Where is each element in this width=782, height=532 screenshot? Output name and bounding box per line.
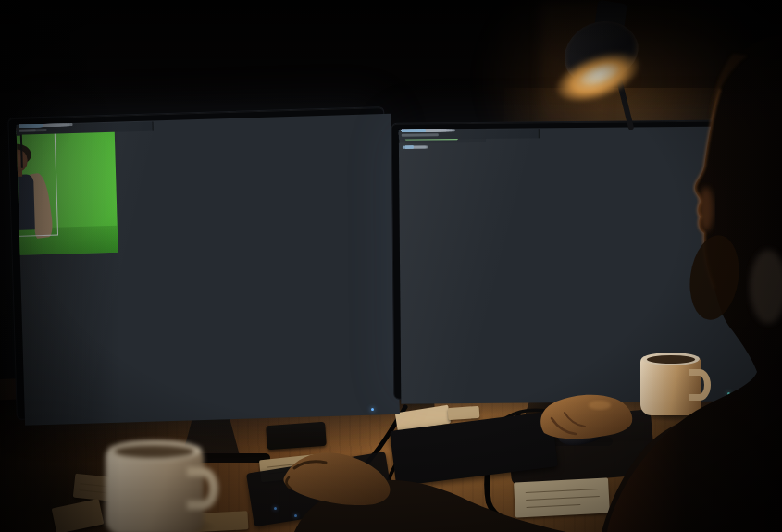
left-screen: 12345678910111213 xyxy=(16,114,399,426)
keypad-led xyxy=(313,520,316,523)
greenscreen-comp xyxy=(16,129,118,258)
mug-handle xyxy=(187,467,218,510)
mug-foreground-left xyxy=(106,447,204,532)
keypad-led xyxy=(274,507,277,510)
sticky-note-with-writing xyxy=(514,477,610,517)
mouse-scroll-wheel[interactable] xyxy=(580,419,583,425)
text-bar xyxy=(402,129,426,131)
workspace-photo: 12345678910111213 xyxy=(0,0,782,532)
text-bar xyxy=(403,145,414,148)
monitor-right: 1234567891011 xyxy=(391,119,763,399)
mug-interior xyxy=(647,355,695,364)
power-led-left-monitor xyxy=(371,408,374,411)
right-screen: 1234567891011 xyxy=(399,126,769,403)
sticky-note xyxy=(448,406,480,420)
mug-handle xyxy=(689,369,711,401)
monitor-left: 12345678910111213 xyxy=(7,106,393,420)
keypad-led xyxy=(294,514,297,517)
property-row[interactable] xyxy=(400,143,405,151)
mug-right xyxy=(640,356,701,415)
tracking-rectangle[interactable] xyxy=(16,132,58,238)
notebook xyxy=(266,422,327,450)
power-led-right-monitor xyxy=(727,392,730,395)
mug-interior xyxy=(115,445,194,458)
